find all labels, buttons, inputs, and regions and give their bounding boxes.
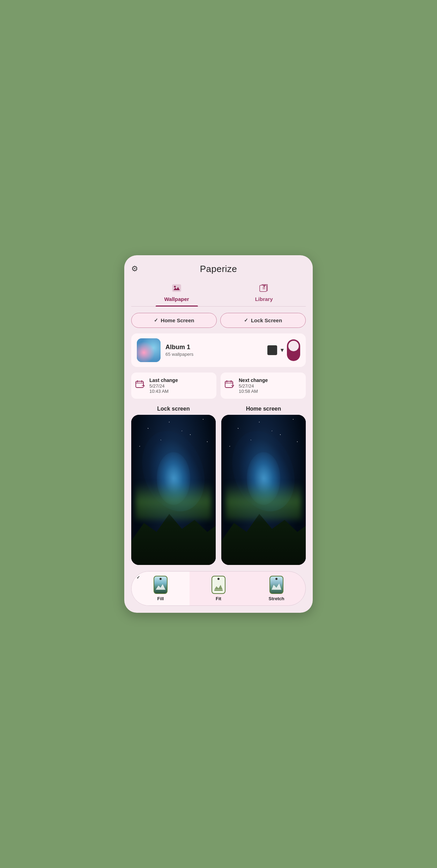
lock-check-icon: ✓	[244, 317, 248, 323]
home-screen-toggle[interactable]: ✓ Home Screen	[131, 313, 217, 328]
fit-icon	[212, 576, 225, 594]
header: ⚙ Paperize	[131, 264, 306, 274]
tab-library[interactable]: Library	[241, 281, 287, 306]
lock-screen-toggle[interactable]: ✓ Lock Screen	[220, 313, 306, 328]
next-change-content: Next change 5/27/24 10:58 AM	[239, 377, 268, 394]
fit-option-fill[interactable]: ✓ Fill	[132, 572, 190, 605]
fill-icon	[154, 576, 168, 594]
settings-icon[interactable]: ⚙	[131, 264, 138, 273]
svg-rect-2	[260, 285, 267, 292]
home-screen-preview-section: Home screen	[221, 406, 306, 565]
fill-label: Fill	[157, 596, 164, 601]
home-screen-label: Home Screen	[161, 317, 194, 323]
album-thumbnail	[137, 338, 161, 362]
stretch-icon	[269, 576, 283, 594]
screen-toggle-group: ✓ Home Screen ✓ Lock Screen	[131, 313, 306, 328]
album-card[interactable]: Album 1 65 wallpapers ▾	[131, 333, 306, 367]
next-change-title: Next change	[239, 377, 268, 383]
home-screen-preview-frame[interactable]	[221, 415, 306, 565]
toggle-circle	[288, 341, 299, 351]
album-info: Album 1 65 wallpapers	[165, 344, 262, 357]
fit-mode-bar: ✓ Fill Fit	[131, 571, 306, 606]
fit-option-fit[interactable]: Fit	[190, 572, 247, 605]
library-tab-icon	[259, 284, 268, 294]
last-change-content: Last change 5/27/24 10:43 AM	[149, 377, 178, 394]
svg-rect-4	[225, 381, 233, 388]
phone-app: ⚙ Paperize Wallpaper	[124, 255, 313, 613]
last-change-time: 10:43 AM	[149, 389, 178, 394]
chevron-down-icon[interactable]: ▾	[281, 347, 283, 353]
info-cards: Last change 5/27/24 10:43 AM Next change…	[131, 373, 306, 399]
tab-wallpaper[interactable]: Wallpaper	[150, 281, 203, 306]
lock-screen-preview-label: Lock screen	[157, 406, 190, 412]
lock-screen-label: Lock Screen	[251, 317, 282, 323]
fill-check-icon: ✓	[136, 575, 140, 580]
fit-option-stretch[interactable]: Stretch	[247, 572, 305, 605]
last-change-card: Last change 5/27/24 10:43 AM	[131, 373, 216, 399]
album-toggle-pill[interactable]	[287, 339, 300, 361]
album-count: 65 wallpapers	[165, 352, 262, 357]
lock-screen-preview-section: Lock screen	[131, 406, 216, 565]
last-change-icon	[135, 380, 145, 391]
album-name: Album 1	[165, 344, 262, 351]
home-check-icon: ✓	[154, 317, 158, 323]
next-change-date: 5/27/24	[239, 383, 268, 389]
wallpaper-previews: Lock screen Home screen	[131, 406, 306, 565]
fit-label: Fit	[216, 596, 221, 601]
library-tab-label: Library	[255, 296, 273, 302]
lock-screen-preview-frame[interactable]	[131, 415, 216, 565]
wallpaper-tab-label: Wallpaper	[164, 296, 189, 302]
next-change-time: 10:58 AM	[239, 389, 268, 394]
svg-rect-3	[136, 381, 143, 388]
stretch-label: Stretch	[269, 596, 284, 601]
svg-rect-0	[172, 285, 181, 292]
last-change-date: 5/27/24	[149, 383, 178, 389]
last-change-title: Last change	[149, 377, 178, 383]
stop-button[interactable]	[267, 345, 277, 355]
home-screen-preview-label: Home screen	[246, 406, 281, 412]
wallpaper-tab-icon	[172, 284, 181, 294]
svg-point-1	[174, 286, 176, 287]
next-change-card: Next change 5/27/24 10:58 AM	[221, 373, 306, 399]
tab-bar: Wallpaper Library	[131, 281, 306, 307]
album-controls: ▾	[267, 339, 300, 361]
app-title: Paperize	[200, 264, 237, 274]
next-change-icon	[225, 380, 235, 391]
